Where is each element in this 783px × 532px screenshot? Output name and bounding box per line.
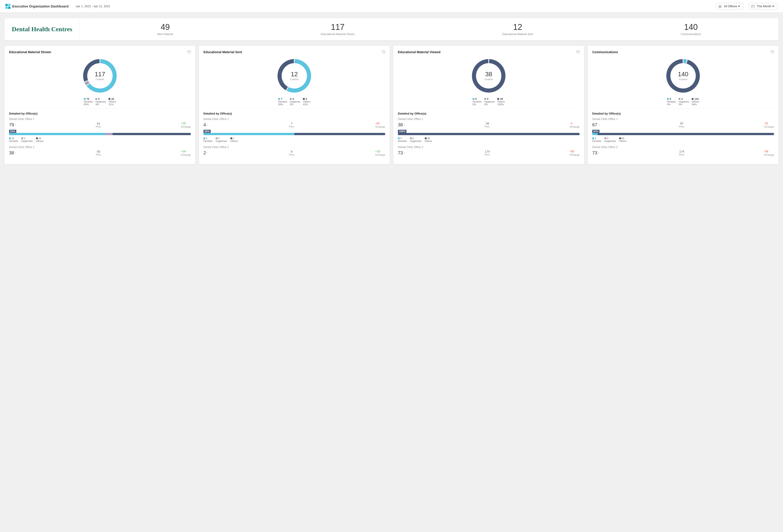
summary-stat-number-1: 117 [321, 23, 354, 32]
svg-rect-18 [382, 51, 385, 53]
office-prev-0: 61 Prev. [96, 122, 101, 128]
card-2: Educational Material Viewed 38 Custom 0 … [393, 46, 584, 164]
office-value-0: 4 ↓ [203, 122, 208, 128]
legend-value-0: 7 [281, 98, 282, 100]
summary-stat-number-3: 140 [681, 23, 701, 32]
section-detailed: Detailed by Office(s) [9, 112, 191, 115]
legend-name-0: Dentists [84, 100, 93, 103]
summary-stat-1: 117 Educational Material Shown [321, 23, 354, 36]
office-prev-0: 97 Prev. [679, 122, 685, 128]
donut-center-2: 38 Custom [484, 71, 493, 80]
office-legend: 2 Dentists 0 Hygienists 2 Others [203, 137, 385, 142]
card-1: Educational Material Sent 12 Custom 7 De… [199, 46, 390, 164]
legend-value-2: 5 [306, 98, 307, 100]
legend-name-2: Others [497, 100, 505, 103]
legend-dot [203, 137, 205, 139]
summary-stat-number-2: 12 [502, 23, 533, 32]
office-value-1: 73 ↑ [398, 150, 405, 156]
office-legend: 0 Dentists 0 Hygienists 38 Others [398, 137, 580, 142]
sub-legend-name: Others [425, 140, 432, 142]
card-calendar-icon-0[interactable] [188, 50, 191, 54]
office-arrow-0: ↑ [15, 123, 16, 127]
donut-sublabel-0: Custom [95, 78, 105, 80]
office-block-1: Dental Clinic Office 2 73 ↑ 174 Prev. -5… [592, 145, 774, 157]
bar-label: 100% [398, 130, 406, 133]
legend-pct-0: 65% [84, 103, 89, 106]
office-arrow-1: ↑ [207, 152, 208, 155]
offices-dropdown[interactable]: All Offices [716, 3, 743, 9]
sub-legend-name: Others [36, 140, 43, 142]
office-progress-bar-0 [9, 133, 191, 135]
legend-name-0: Dentists [667, 100, 676, 103]
office-arrow-0: ↓ [207, 123, 208, 127]
legend-name-2: Others [692, 100, 699, 103]
office-stats-row-1: 38 ↑ 50 Prev. +34%Change [9, 149, 191, 157]
section-detailed: Detailed by Office(s) [203, 112, 385, 115]
sub-legend-value: 42 [11, 137, 14, 140]
sub-legend-name: Dentists [592, 140, 601, 142]
section-detailed: Detailed by Office(s) [592, 112, 774, 115]
sub-legend-name: Hygienists [410, 140, 421, 142]
office-block-1: Dental Clinic Office 2 73 ↑ 174 Prev. -5… [398, 145, 580, 157]
donut-center-1: 12 Custom [290, 71, 299, 80]
donut-number-0: 117 [95, 71, 105, 78]
card-calendar-icon-2[interactable] [576, 50, 580, 54]
svg-rect-3 [8, 6, 10, 9]
donut-container-0: 117 Custom [9, 58, 191, 94]
app-logo-icon [5, 4, 10, 9]
office-stats-row-0: 38 ↓ 39 Prev. -3%Change [398, 122, 580, 128]
donut-container-2: 38 Custom [398, 58, 580, 94]
legend-item-0: 76 Dentists 65% [84, 98, 93, 106]
office-block-0: Dental Clinic Office 1 79 ↑ 61 Prev. +30… [9, 118, 191, 142]
card-calendar-icon-1[interactable] [382, 50, 385, 54]
offices-select[interactable]: All Offices [723, 4, 741, 8]
office-prev-1: 174 Prev. [679, 150, 685, 156]
legend-value-1: 0 [487, 98, 488, 100]
office-prev-0: 7 Prev. [289, 122, 294, 128]
office-name-0: Dental Clinic Office 1 [592, 118, 774, 121]
card-title-3: Communications [592, 50, 618, 54]
office-prev-1: 174 Prev. [484, 150, 490, 156]
period-select[interactable]: This Month [756, 4, 775, 8]
summary-stat-label-1: Educational Material Shown [321, 33, 354, 36]
bar-segment [398, 133, 580, 135]
donut-sublabel-1: Custom [290, 78, 299, 80]
card-title-2: Educational Material Viewed [398, 50, 440, 54]
svg-rect-23 [576, 51, 579, 53]
legend-pct-2: 96% [692, 103, 697, 106]
donut-container-3: 140 Custom [592, 58, 774, 94]
legend-value-2: 38 [500, 98, 503, 100]
card-calendar-icon-3[interactable] [771, 50, 774, 54]
office-progress-bar-0 [592, 133, 774, 135]
legend-item-1: 5 Hygienes 4% [95, 98, 106, 106]
legend-name-2: Others [108, 100, 116, 103]
bar-segment [105, 133, 113, 135]
svg-rect-6 [720, 6, 721, 7]
office-prev-0: 39 Prev. [484, 122, 490, 128]
office-legend-item-2: 38 Others [425, 137, 432, 142]
bar-segment [9, 133, 105, 135]
svg-rect-0 [5, 4, 8, 6]
svg-rect-4 [719, 5, 721, 7]
legend-value-1: 0 [292, 98, 294, 100]
office-stats-row-0: 79 ↑ 61 Prev. +30%Change [9, 122, 191, 128]
office-name-0: Dental Clinic Office 1 [398, 118, 580, 121]
sub-legend-value: 0 [218, 137, 220, 140]
bar-label: 53% [9, 130, 16, 133]
legend-dot [36, 137, 38, 139]
card-0: Educational Material Shown 117 Custom 76 [4, 46, 195, 164]
donut-number-1: 12 [290, 71, 299, 78]
legend-name-0: Dentists [473, 100, 482, 103]
period-dropdown[interactable]: This Month [749, 3, 778, 9]
donut-center-0: 117 Custom [95, 71, 105, 80]
office-change-1: -58%Change [764, 149, 774, 157]
legend-dot [410, 137, 412, 139]
card-legend: 7 Dentists 58% 0 Hygienes 0% 5 Others [203, 98, 385, 109]
office-value-0: 38 ↓ [398, 122, 405, 128]
office-value-1: 73 ↑ [592, 150, 599, 156]
bar-segment [592, 133, 598, 135]
office-stats-row-0: 67 ↓ 97 Prev. -31%Change [592, 122, 774, 128]
office-change-1: +33%Change [375, 149, 385, 157]
office-legend-item-0: 2 Dentists [592, 137, 601, 142]
card-legend: 6 Dentists 4% 0 Hygienes 0% 134 Others [592, 98, 774, 109]
